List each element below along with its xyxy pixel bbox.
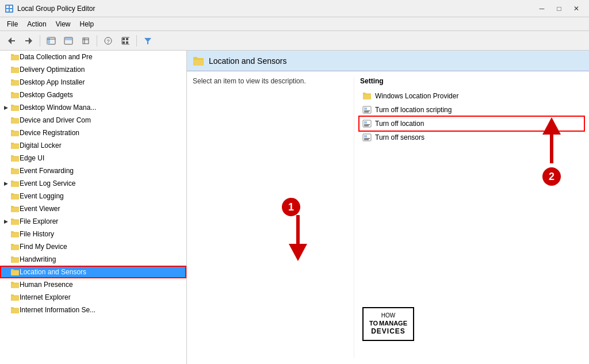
item-label: Event Viewer (20, 205, 60, 213)
item-label: Device Registration (20, 129, 79, 137)
svg-rect-13 (65, 38, 72, 40)
item-label: Device and Driver Com (20, 116, 91, 124)
forward-button[interactable] (21, 33, 37, 48)
svg-rect-22 (123, 41, 125, 44)
sidebar-tree[interactable]: ▶ Data Collection and Pre ▶ Delivery Opt… (0, 51, 187, 364)
svg-rect-32 (364, 125, 369, 127)
setting-policy-icon (362, 119, 372, 128)
svg-text:?: ? (106, 39, 109, 44)
folder-icon (10, 129, 20, 137)
app-icon (5, 4, 14, 13)
tree-item-file-history[interactable]: ▶ File History (0, 228, 186, 240)
tree-item-event-viewer[interactable]: ▶ Event Viewer (0, 202, 186, 215)
item-label: Handwriting (20, 255, 56, 263)
folder-icon (10, 306, 20, 314)
tree-item-device-reg[interactable]: ▶ Device Registration (0, 127, 186, 139)
show-hide-button[interactable] (43, 33, 59, 48)
tree-item-desktop-window[interactable]: ▶ Desktop Window Mana... (0, 101, 186, 114)
menu-action[interactable]: Action (22, 19, 51, 29)
setting-label: Turn off location (375, 120, 424, 128)
folder-icon (10, 293, 20, 301)
item-label: Edge UI (20, 154, 44, 162)
svg-rect-1 (6, 6, 9, 8)
folder-icon (10, 53, 20, 61)
tree-item-human-presence[interactable]: ▶ Human Presence (0, 278, 186, 291)
watermark-line3: MANAGE (379, 319, 407, 327)
minimize-button[interactable]: ─ (534, 3, 550, 14)
tree-item-device-driver[interactable]: ▶ Device and Driver Com (0, 114, 186, 127)
toolbar-sep-2 (97, 35, 97, 47)
tree-arrow: ▶ (2, 104, 9, 111)
tree-item-edge-ui[interactable]: ▶ Edge UI (0, 152, 186, 164)
setting-label: Windows Location Provider (375, 92, 458, 100)
title-bar: Local Group Policy Editor ─ □ ✕ (0, 0, 589, 17)
svg-rect-10 (47, 37, 50, 44)
svg-rect-35 (364, 138, 370, 139)
tree-item-event-log[interactable]: ▶ Event Log Service (0, 177, 186, 190)
item-label: Desktop Window Mana... (20, 104, 96, 112)
tree-item-handwriting[interactable]: ▶ Handwriting (0, 253, 186, 266)
svg-rect-30 (364, 121, 367, 124)
item-label: Desktop App Installer (20, 78, 85, 86)
settings-header: Setting (360, 77, 583, 85)
tree-item-digital-locker[interactable]: ▶ Digital Locker (0, 139, 186, 152)
menu-view[interactable]: View (51, 19, 75, 29)
tree-item-delivery[interactable]: ▶ Delivery Optimization (0, 63, 186, 76)
item-label: Location and Sensors (20, 268, 86, 276)
tree-item-desktop-gadgets[interactable]: ▶ Desktop Gadgets (0, 89, 186, 101)
view-button[interactable] (60, 33, 77, 48)
folder-icon (10, 230, 20, 238)
tree-item-event-logging[interactable]: ▶ Event Logging (0, 190, 186, 202)
tree-item-event-forwarding[interactable]: ▶ Event Forwarding (0, 164, 186, 177)
folder-icon (10, 78, 20, 86)
folder-icon (10, 205, 20, 213)
svg-rect-21 (126, 38, 128, 40)
maximize-button[interactable]: □ (551, 3, 567, 14)
tree-item-location-sensors[interactable]: ▶ Location and Sensors (0, 266, 186, 278)
svg-rect-6 (10, 40, 15, 41)
svg-rect-14 (83, 38, 89, 44)
content-body: Select an item to view its description. … (187, 71, 589, 364)
svg-rect-20 (123, 38, 125, 40)
menu-file[interactable]: File (2, 19, 22, 29)
content-folder-icon (193, 56, 204, 66)
item-label: Human Presence (20, 281, 73, 289)
tree-item-internet-info[interactable]: ▶ Internet Information Se... (0, 304, 186, 316)
item-label: Event Log Service (20, 179, 75, 187)
export-button[interactable] (78, 33, 94, 48)
item-label: Delivery Optimization (20, 66, 85, 74)
content-panel: Location and Sensors Select an item to v… (187, 51, 589, 364)
folder-icon (10, 281, 20, 289)
toolbar-sep-3 (136, 35, 137, 47)
item-label: File Explorer (20, 217, 58, 225)
folder-icon (10, 66, 20, 74)
tree-item-data-collection[interactable]: ▶ Data Collection and Pre (0, 51, 186, 63)
filter-button[interactable] (140, 33, 156, 48)
watermark-line2: TO (369, 319, 378, 327)
svg-rect-26 (364, 108, 367, 110)
svg-rect-8 (25, 40, 30, 41)
watermark-line1: HOW (369, 312, 407, 319)
annotation-1-container: 1 (270, 198, 309, 263)
tree-item-desktop-app[interactable]: ▶ Desktop App Installer (0, 76, 186, 89)
folder-icon (10, 104, 20, 112)
grid-button[interactable] (117, 33, 133, 48)
annotation-arrow-1 (286, 215, 309, 263)
watermark-line4: DEVICES (369, 327, 407, 336)
window-title: Local Group Policy Editor (17, 5, 534, 13)
tree-item-file-explorer[interactable]: ▶ File Explorer (0, 215, 186, 228)
folder-icon (10, 217, 20, 225)
tree-item-find-device[interactable]: ▶ Find My Device (0, 240, 186, 253)
back-button[interactable] (3, 33, 20, 48)
help-button[interactable]: ? (100, 33, 116, 48)
setting-turn-off-scripting[interactable]: Turn off location scripting (360, 104, 583, 116)
menu-help[interactable]: Help (75, 19, 99, 29)
window-controls: ─ □ ✕ (534, 3, 584, 14)
annotation-circle-1: 1 (282, 198, 300, 216)
tree-item-internet-explorer[interactable]: ▶ Internet Explorer (0, 291, 186, 304)
svg-rect-34 (364, 135, 367, 137)
svg-marker-38 (289, 244, 307, 261)
setting-windows-location-provider[interactable]: Windows Location Provider (360, 90, 583, 102)
close-button[interactable]: ✕ (568, 3, 584, 14)
item-label: File History (20, 230, 54, 238)
